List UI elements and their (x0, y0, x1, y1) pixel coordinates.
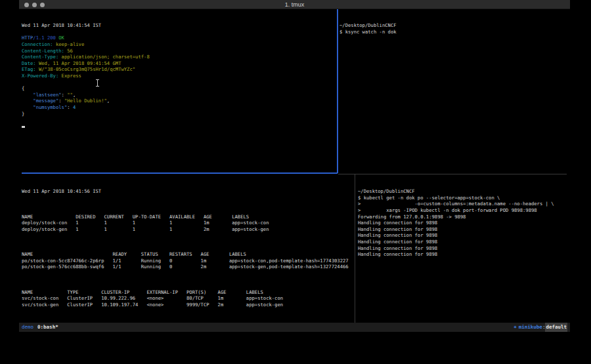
http-response-output: Wed 11 Apr 2018 10:41:54 IST HTTP/1.1 20… (22, 22, 336, 129)
kube-context-label: minikube (519, 323, 542, 332)
pane-kubectl-watch[interactable]: Wed 11 Apr 2018 10:41:56 IST NAME DESIRE… (22, 176, 354, 321)
tmux-terminal: Wed 11 Apr 2018 10:41:54 IST HTTP/1.1 20… (19, 9, 570, 323)
close-button[interactable] (24, 3, 29, 7)
pane-divider-vertical-top[interactable] (337, 9, 338, 173)
tmux-session-name: demo (22, 323, 33, 332)
window-titlebar[interactable]: 1. tmux (19, 0, 570, 9)
pane-ksync[interactable]: ~/Desktop/DublinCNCF $ ksync watch -n do… (339, 10, 567, 172)
window-title: 1. tmux (19, 0, 570, 9)
deployments-table: NAME DESIRED CURRENT UP-TO-DATE AVAILABL… (22, 214, 354, 233)
kube-namespace-badge: default (545, 323, 567, 332)
zoom-button[interactable] (40, 3, 45, 7)
minimize-button[interactable] (32, 3, 37, 7)
pane-port-forward[interactable]: ~/Desktop/DublinCNCF $ kubectl get -n do… (358, 176, 567, 321)
watch-timestamp: Wed 11 Apr 2018 10:41:56 IST (22, 188, 354, 195)
pane-divider-vertical-bottom[interactable] (355, 174, 355, 323)
pane-divider-horizontal-right[interactable] (338, 174, 567, 174)
pane-divider-horizontal-left[interactable] (22, 172, 338, 174)
traffic-lights (24, 0, 45, 9)
tmux-status-bar: demo 0:bash* ⎈ minikube : default (19, 323, 570, 332)
ksync-output: ~/Desktop/DublinCNCF $ ksync watch -n do… (339, 22, 567, 35)
terminal-window: 1. tmux Wed 11 Apr 2018 10:41:54 IST HTT… (19, 0, 570, 332)
pods-table: NAME READY STATUS RESTARTS AGE LABELS po… (22, 251, 354, 270)
helm-wheel-icon: ⎈ (514, 323, 517, 332)
services-table: NAME TYPE CLUSTER-IP EXTERNAL-IP PORT(S)… (22, 289, 354, 308)
tmux-window-tab[interactable]: 0:bash* (37, 323, 58, 332)
port-forward-output: ~/Desktop/DublinCNCF $ kubectl get -n do… (358, 188, 567, 258)
mouse-ibeam-cursor (95, 79, 100, 87)
pane-http-response[interactable]: Wed 11 Apr 2018 10:41:54 IST HTTP/1.1 20… (22, 10, 336, 172)
